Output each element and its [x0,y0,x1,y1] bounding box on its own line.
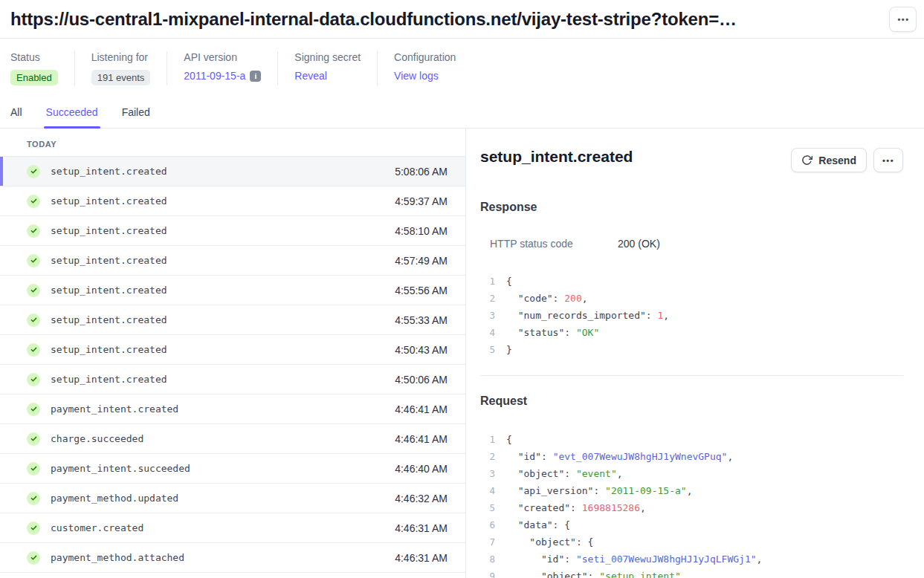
status-label: Status [10,51,58,63]
reveal-secret-link[interactable]: Reveal [294,70,327,82]
success-check-icon [27,432,40,446]
code-token: "2011-09-15-a" [605,485,687,496]
code-token: "api_version": [506,485,605,496]
event-name: payment_intent.created [51,403,178,415]
event-row[interactable]: payment_method.attached4:46:31 AM [0,543,465,573]
resend-label: Resend [818,155,856,166]
success-check-icon [27,284,40,297]
success-check-icon [27,165,40,178]
success-check-icon [27,195,40,208]
event-name: payment_method.updated [51,493,178,504]
resend-button[interactable]: Resend [791,148,867,172]
event-name: payment_method.attached [51,552,184,563]
code-id-link[interactable]: "evt_007WewuJW8hgHJ1yWnevGPuq" [553,451,728,462]
view-logs-link[interactable]: View logs [394,70,439,82]
response-heading: Response [480,201,903,214]
success-check-icon [27,343,40,357]
code-token: , [640,502,646,513]
event-name: setup_intent.created [51,344,167,355]
event-row[interactable]: setup_intent.created4:50:43 AM [0,335,465,365]
api-version-info-icon[interactable]: i [250,71,261,82]
code-token: { [506,276,512,287]
success-check-icon [27,373,40,386]
tab-failed[interactable]: Failed [122,106,150,128]
event-name: setup_intent.created [51,195,167,207]
event-row[interactable]: payment_method.updated4:46:32 AM [0,484,465,513]
http-status-row: HTTP status code 200 (OK) [480,238,903,250]
event-name: setup_intent.created [51,374,167,385]
code-line: 2 "code": 200, [480,290,903,307]
code-token: "event" [576,468,617,479]
line-number: 1 [480,431,495,448]
event-row[interactable]: payment_intent.succeeded4:46:40 AM [0,454,465,484]
tab-all[interactable]: All [10,106,22,128]
event-row[interactable]: setup_intent.created4:59:37 AM [0,186,465,216]
code-token: "object": { [506,536,593,548]
event-time: 4:58:10 AM [395,225,448,237]
success-check-icon [27,522,40,535]
status-column-status: Status Enabled [10,51,75,85]
code-id-link[interactable]: "seti_007WewuJW8hgHJ1yJqLFWGj1" [576,553,757,565]
line-number: 4 [480,482,495,499]
event-row[interactable]: customer.created4:46:31 AM [0,513,465,543]
event-row[interactable]: setup_intent.created4:50:06 AM [0,365,465,394]
http-status-label: HTTP status code [490,238,618,250]
event-row[interactable]: setup_intent.created4:55:33 AM [0,305,465,335]
code-line: 3 "object": "event", [480,465,903,482]
code-line: 3 "num_records_imported": 1, [480,307,903,324]
code-token: "setup_intent" [599,571,681,578]
event-row[interactable]: setup_intent.created4:55:56 AM [0,276,465,305]
line-number: 5 [480,341,495,358]
event-time: 4:46:40 AM [395,463,448,475]
event-time: 4:55:33 AM [395,314,448,326]
status-column-configuration: Configuration View logs [394,51,472,85]
line-number: 6 [480,516,495,533]
code-token: , [757,553,763,565]
event-name: setup_intent.created [51,166,167,177]
event-time: 4:57:49 AM [395,255,448,267]
code-line: 2 "id": "evt_007WewuJW8hgHJ1yWnevGPuq", [480,448,903,465]
code-token: , [582,293,588,304]
code-token: , [617,468,623,479]
detail-title: setup_intent.created [480,148,633,166]
event-time: 4:46:31 AM [395,552,448,564]
event-row[interactable]: charge.succeeded4:46:41 AM [0,424,465,454]
events-count-badge: 191 events [91,70,151,85]
page-header: https://us-central1-mixpanel-internal-da… [0,0,924,39]
resend-icon [801,155,812,166]
api-version-label: API version [184,51,261,63]
event-time: 4:46:31 AM [395,522,448,534]
code-token: "id": [506,451,553,462]
event-time: 4:59:37 AM [395,195,448,207]
code-token: "OK" [576,327,599,338]
code-token: , [663,310,669,321]
event-time: 4:55:56 AM [395,285,448,296]
line-number: 9 [480,568,495,578]
status-column-listening: Listening for 191 events [91,51,168,85]
code-line: 1{ [480,431,903,448]
event-row[interactable]: setup_intent.created4:57:49 AM [0,246,465,276]
code-token: "object": [506,468,576,479]
event-time: 4:46:32 AM [395,493,448,504]
event-row[interactable]: setup_intent.created4:58:10 AM [0,216,465,246]
event-group-header: TODAY [0,129,465,157]
event-name: setup_intent.created [51,285,167,296]
api-version-link[interactable]: 2011-09-15-a [184,70,245,82]
line-number: 4 [480,324,495,341]
code-line: 7 "object": { [480,533,903,551]
code-token: "num_records_imported": [506,310,658,321]
code-line: 5} [480,341,903,358]
event-row[interactable]: setup_intent.created5:08:06 AM [0,157,465,186]
detail-overflow-button[interactable]: ••• [873,148,903,172]
event-row[interactable]: payment_intent.created4:46:41 AM [0,394,465,424]
code-token: "created": [506,502,582,513]
line-number: 1 [480,273,495,290]
code-line: 1{ [480,273,903,290]
code-token: "object": [506,571,599,578]
code-line: 4 "api_version": "2011-09-15-a", [480,482,903,499]
line-number: 3 [480,307,495,324]
header-overflow-button[interactable]: ••• [889,7,917,32]
event-name: setup_intent.created [51,255,167,266]
event-time: 4:50:06 AM [395,374,448,386]
tab-succeeded[interactable]: Succeeded [46,106,98,128]
